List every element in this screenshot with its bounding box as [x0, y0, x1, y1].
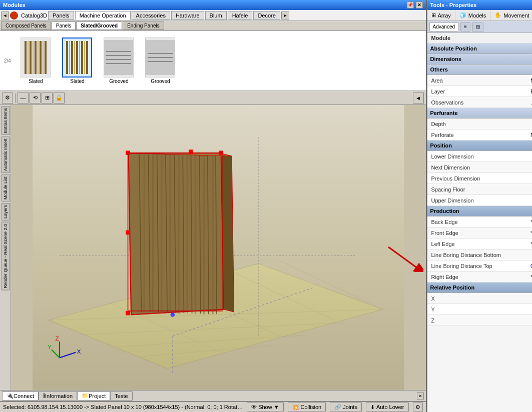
auto-lower-btn[interactable]: ⬇ Auto Lower — [366, 402, 409, 412]
toolbar-minus-btn[interactable]: — — [18, 92, 29, 104]
viewport-3d[interactable]: X Z Y — [11, 105, 426, 390]
information-btn[interactable]: ℹ Information — [39, 392, 77, 400]
toolbar-rotate-btn[interactable]: ⟲ — [30, 92, 41, 104]
catalog-label[interactable]: Catalog3D — [21, 12, 47, 18]
row-left-edge: Left Edge YES ▼ — [427, 238, 532, 250]
nav-more-btn[interactable]: ► — [281, 12, 289, 20]
cat-slated-grooved[interactable]: Slated/Grooved — [76, 22, 122, 30]
modules-pin-btn[interactable]: 📌 — [407, 2, 414, 8]
panel-label-1: Slated — [29, 78, 43, 84]
section-production[interactable]: Production ⊙ — [427, 206, 532, 216]
settings-gear-btn[interactable]: ⚙ — [413, 402, 423, 412]
tab-machine-operation[interactable]: Machine Operation — [75, 11, 131, 20]
tab-hardware[interactable]: Hardware — [171, 11, 204, 20]
panel-item-grooved-1[interactable]: Grooved — [100, 38, 138, 84]
cat-panels[interactable]: Panels — [52, 22, 76, 30]
right-panel-nav: ⊞ Array 🧊 Models ✋ Movement 📋 Properties — [427, 10, 532, 21]
row-line-boring-top: Line Boring Distance Top 0 ▼ — [427, 260, 532, 272]
joints-icon: 🔗 — [334, 404, 341, 410]
nav-back-btn[interactable]: ◄ — [1, 12, 9, 20]
collision-icon: 💥 — [292, 404, 299, 410]
toolbar-lock-btn[interactable]: 🔒 — [54, 92, 65, 104]
panel-label-2: Slated — [70, 78, 84, 84]
module-nav-tabs: ◄ Catalog3D Panels Machine Operation Acc… — [0, 10, 426, 21]
cat-ending-panels[interactable]: Ending Panels — [123, 22, 164, 30]
svg-rect-33 — [203, 154, 205, 314]
section-others[interactable]: Others ⊙ — [427, 64, 532, 75]
panel-item-grooved-2[interactable]: Grooved — [142, 38, 179, 84]
row-right-edge: Right Edge YES ▼ — [427, 272, 532, 282]
layers-tab[interactable]: Layers — [2, 203, 10, 220]
toolbar-collapse-btn[interactable]: ◄ — [413, 92, 424, 104]
row-observations: Observations ... — [427, 97, 532, 108]
bottom-close-btn[interactable]: ✕ — [417, 392, 424, 400]
array-icon: ⊞ — [431, 12, 436, 18]
panel-label-4: Grooved — [151, 78, 170, 84]
tab-panels[interactable]: Panels — [48, 11, 74, 20]
props-tab-advanced[interactable]: Advanced — [429, 22, 458, 32]
svg-text:X: X — [77, 348, 81, 355]
svg-point-43 — [171, 312, 175, 317]
svg-marker-15 — [129, 154, 224, 315]
row-spacing-floor: Spacing Floor 0 — [427, 184, 532, 195]
panel-item-slated-2[interactable]: Slated — [59, 38, 96, 84]
svg-rect-32 — [195, 154, 196, 314]
svg-rect-29 — [169, 154, 171, 313]
props-tabs: Advanced ≡ ⊞ — [427, 21, 532, 33]
toolbar-sep-1 — [15, 94, 16, 102]
module-label: Module — [427, 33, 532, 44]
toolbar-settings-btn[interactable]: ⚙ — [2, 92, 13, 104]
collision-btn[interactable]: 💥 Collision — [288, 402, 326, 412]
modules-close-btn[interactable]: ✕ — [416, 2, 423, 8]
row-area: Area No area ▼ — [427, 75, 532, 86]
nav-movement[interactable]: ✋ Movement — [490, 10, 532, 20]
panel-item-slated-1[interactable]: Slated — [17, 38, 55, 84]
status-bar: Selected: 6105.98.154.15.13000 -> Slated… — [0, 401, 426, 412]
cat-composed-panels[interactable]: Composed Panels — [1, 22, 51, 30]
joints-btn[interactable]: 🔗 Joints — [330, 402, 362, 412]
tab-accessories[interactable]: Accessories — [132, 11, 170, 20]
row-depth: Depth 0 — [427, 118, 532, 130]
row-previous-dimension: Previous Dimension 0 — [427, 173, 532, 184]
modules-title: Modules — [3, 2, 26, 8]
svg-text:Y: Y — [48, 344, 52, 350]
project-btn[interactable]: 📁 Project — [77, 392, 110, 400]
panel-item-img-1 — [21, 38, 51, 78]
panel-label-3: Grooved — [109, 78, 128, 84]
right-panel: Tools - Properties 📌 ⊞ Array 🧊 Models ✋ … — [427, 0, 532, 412]
nav-models[interactable]: 🧊 Models — [455, 10, 490, 20]
bottom-bar: 🔌 Connect ℹ Information 📁 Project Teste … — [0, 390, 426, 401]
tab-blum[interactable]: Blum — [205, 11, 227, 20]
toolbar-grid-btn[interactable]: ⊞ — [42, 92, 53, 104]
toolbar: ⚙ — ⟲ ⊞ 🔒 ◄ — [0, 91, 426, 105]
tab-decore[interactable]: Decore — [253, 11, 280, 20]
section-perfurante[interactable]: Perfurante ⊙ — [427, 108, 532, 118]
panel-item-img-2 — [62, 38, 92, 78]
tab-hafele[interactable]: Hafele — [228, 11, 253, 20]
automatic-insert-tab[interactable]: Automatic Insert — [2, 136, 10, 173]
module-list-tab[interactable]: Module List — [2, 174, 10, 202]
panel-count: 2/4 — [4, 58, 11, 64]
props-tab-grid[interactable]: ⊞ — [472, 22, 483, 32]
show-btn[interactable]: 👁 Show ▼ — [247, 402, 283, 412]
svg-text:Z: Z — [55, 335, 59, 342]
teste-btn[interactable]: Teste — [110, 392, 132, 400]
section-position[interactable]: Position ⊙ — [427, 140, 532, 151]
extras-items-tab[interactable]: Extras Items — [2, 106, 10, 135]
row-line-boring-bottom: Line Boring Distance Bottom 0 — [427, 250, 532, 260]
catalog-icon — [10, 12, 18, 20]
row-back-edge: Back Edge YES ▼ — [427, 216, 532, 228]
models-icon: 🧊 — [459, 12, 466, 18]
connect-btn[interactable]: 🔌 Connect — [2, 392, 39, 400]
section-dimensions[interactable]: Dimensions ⊙ — [427, 54, 532, 64]
section-relative-position[interactable]: Relative Position ⊙ — [427, 282, 532, 293]
props-content: Absolute Position ⊙ Dimensions ⊙ Others … — [427, 44, 532, 412]
row-front-edge: Front Edge YES ▼ — [427, 228, 532, 238]
render-queue-tab[interactable]: Render Queue - Real Scene 2.0 — [2, 222, 10, 290]
category-tabs: Composed Panels Panels Slated/Grooved En… — [0, 21, 426, 31]
props-tab-table[interactable]: ≡ — [460, 22, 470, 32]
scene-svg: X Z Y — [11, 105, 426, 390]
nav-array[interactable]: ⊞ Array — [427, 10, 455, 20]
row-y: Y 3200.43 — [427, 304, 532, 315]
section-absolute-position[interactable]: Absolute Position ⊙ — [427, 44, 532, 54]
